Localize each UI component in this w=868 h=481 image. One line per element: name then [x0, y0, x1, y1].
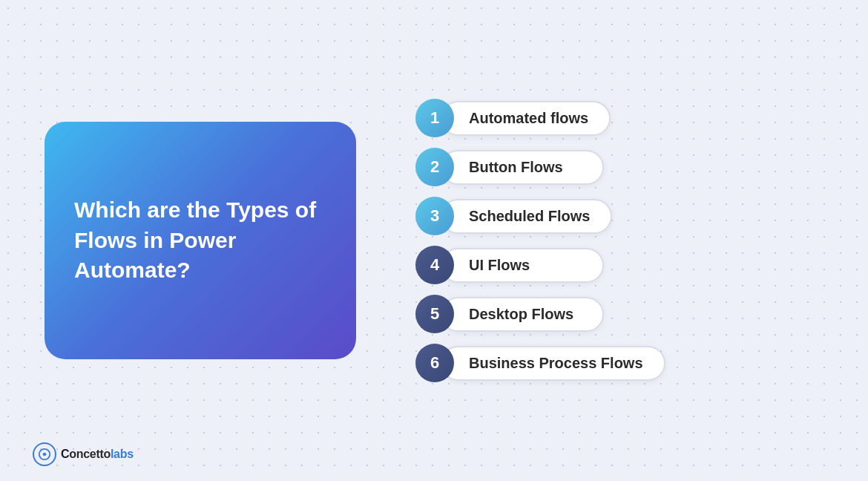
flow-item-4: 4UI Flows: [415, 246, 823, 284]
main-content: Which are the Types of Flows in Power Au…: [0, 0, 868, 481]
flow-number-5: 5: [415, 295, 454, 333]
logo-text: Concettolabs: [61, 448, 134, 461]
flow-label-6: Business Process Flows: [441, 346, 665, 381]
logo-icon: [33, 442, 56, 466]
flow-item-3: 3Scheduled Flows: [415, 197, 823, 235]
flow-label-3: Scheduled Flows: [441, 199, 612, 234]
flow-label-5: Desktop Flows: [441, 297, 604, 332]
logo-labs: labs: [111, 448, 134, 460]
flow-label-1: Automated flows: [441, 101, 611, 136]
flow-item-6: 6Business Process Flows: [415, 344, 823, 382]
flows-list: 1Automated flows2Button Flows3Scheduled …: [356, 99, 823, 382]
flow-label-2: Button Flows: [441, 150, 604, 185]
flow-number-3: 3: [415, 197, 454, 235]
card-title: Which are the Types of Flows in Power Au…: [74, 195, 326, 286]
flow-item-5: 5Desktop Flows: [415, 295, 823, 333]
flow-item-2: 2Button Flows: [415, 148, 823, 186]
logo: Concettolabs: [33, 442, 134, 466]
logo-concetto: C: [61, 448, 69, 460]
flow-number-1: 1: [415, 99, 454, 137]
left-card: Which are the Types of Flows in Power Au…: [45, 122, 356, 359]
logo-concetto-rest: oncetto: [69, 448, 111, 460]
flow-number-6: 6: [415, 344, 454, 382]
flow-number-4: 4: [415, 246, 454, 284]
flow-number-2: 2: [415, 148, 454, 186]
flow-label-4: UI Flows: [441, 248, 604, 283]
flow-item-1: 1Automated flows: [415, 99, 823, 137]
